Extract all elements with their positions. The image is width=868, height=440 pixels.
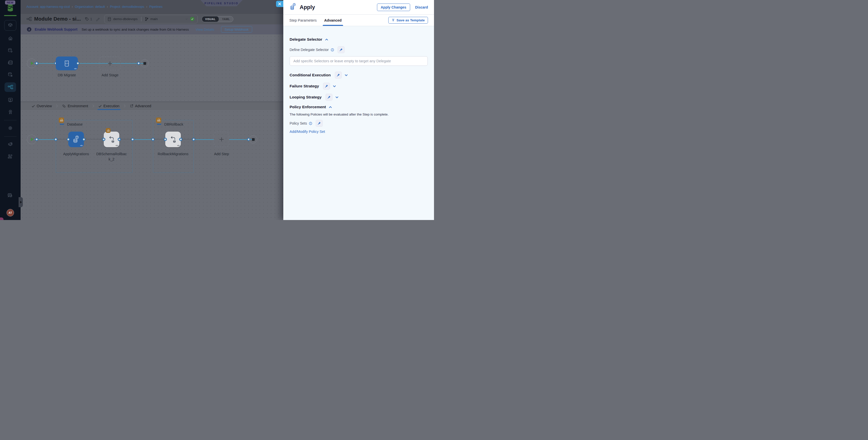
group-header: Database [60,122,83,126]
sidebar-item-project-setup[interactable] [4,140,16,149]
section-title: Conditional Execution [289,73,331,77]
tab-advanced[interactable]: Advanced [127,102,154,110]
looping-strategy-section[interactable]: Looping Strategy [289,94,428,101]
stage-graph-canvas[interactable]: </> </> DB Migrate Add Stage [21,34,283,102]
step-label: ApplyMigrations [63,151,89,157]
toggle-visual[interactable]: VISUAL [202,16,219,22]
close-drawer-button[interactable] [276,1,283,7]
breadcrumb-pipelines[interactable]: Pipelines [149,5,162,8]
pin-icon [317,122,321,125]
step-group-database[interactable]: Database [56,120,133,173]
breadcrumb-account[interactable]: Account: app-harness-ng-cicd [26,5,70,8]
conditional-execution-section[interactable]: Conditional Execution [289,71,428,78]
define-delegate-selector-row: Define Delegate Selector [289,46,428,53]
toggle-yaml[interactable]: YAML [219,16,233,22]
pin-icon [339,48,343,52]
pin-input-type-button[interactable] [326,94,333,101]
sidebar-item-db-instances[interactable] [4,58,16,67]
chevron-down-icon[interactable] [185,18,188,21]
user-avatar[interactable]: AT [6,209,14,217]
tab-advanced[interactable]: Advanced [324,14,342,26]
connector-port [164,138,167,141]
breadcrumb-project[interactable]: Project: demodbdevops [110,5,145,8]
delegate-selector-section[interactable]: Delegate Selector [289,37,428,42]
view-details-link[interactable]: View Details [196,28,214,31]
discard-button[interactable]: Discard [415,5,428,9]
collapse-group-icon[interactable] [60,124,64,125]
chevron-right-icon [92,102,94,110]
sidebar-expand-handle[interactable] [19,197,23,207]
help-chat-icon[interactable]: ? [7,193,13,200]
banner-title: Enable Webhook Support [35,27,78,31]
info-icon[interactable] [309,122,312,125]
setup-webhook-button[interactable]: Setup Webhook [221,26,252,33]
step-node-applymigrations[interactable]: </> [68,132,84,147]
chevron-right-icon [124,102,126,110]
execution-graph-canvas[interactable]: Database DBRollback </> [21,110,283,220]
pin-input-type-button[interactable] [338,46,345,53]
branch-name[interactable]: main [150,17,158,21]
sidebar-item-pipelines[interactable] [4,83,16,92]
connector-port [76,62,80,65]
svg-text:?: ? [9,194,10,196]
tags-count[interactable]: 1 [85,17,92,21]
edit-pipeline-icon[interactable] [96,17,100,21]
chevron-up-icon[interactable] [325,38,329,41]
policy-description: The following Policies will be evaluated… [289,113,428,116]
stage-connector [34,63,145,64]
connector-port [118,138,121,141]
repository-name[interactable]: demo-dbdevops [113,17,137,21]
tab-step-parameters[interactable]: Step Parameters [289,14,317,26]
chevron-down-icon[interactable] [333,84,336,88]
sidebar-item-settings[interactable] [4,124,16,132]
tab-execution[interactable]: Execution [96,102,122,110]
step-node-rollbackmigrations[interactable]: </> [165,132,181,147]
add-stage-button[interactable] [99,57,121,70]
sidebar-divider [4,120,17,120]
failure-strategy-section[interactable]: Failure Strategy [289,83,428,90]
sidebar-item-org-setup[interactable] [4,152,16,161]
module-switcher-icon[interactable] [4,20,16,31]
step-node-dbschemarollback-2[interactable]: </> [104,132,119,147]
stage-node-db-migrate[interactable]: </> </> [56,57,78,70]
sidebar-item-db-schemas[interactable] [4,70,16,79]
pipeline-studio-main: Account: app-harness-ng-cicd › Organizat… [21,0,283,220]
tab-environment[interactable]: Environment [60,102,90,110]
section-title: Looping Strategy [289,95,321,99]
svg-text:</>: </> [108,19,110,20]
policy-sets-row: Policy Sets [289,120,428,127]
sidebar-item-db-configuration[interactable] [4,46,16,55]
execution-end-node [249,135,257,144]
section-title: Failure Strategy [289,84,319,88]
sidebar-item-certificates[interactable] [4,107,16,116]
pin-input-type-button[interactable] [335,71,342,78]
info-icon[interactable] [331,48,334,52]
git-context-selector: </> demo-dbdevops main [104,15,198,23]
apply-changes-button[interactable]: Apply Changes [377,3,410,11]
section-title: Delegate Selector [289,37,322,42]
save-as-template-button[interactable]: Save as Template [388,17,428,24]
chevron-down-icon[interactable] [335,95,339,99]
add-step-button[interactable] [214,132,229,147]
pin-input-type-button[interactable] [323,83,330,90]
check-icon [32,104,35,108]
connector-port [54,138,58,141]
connector-port [35,62,38,65]
breadcrumb-organization[interactable]: Organization: default [75,5,105,8]
pipeline-studio-badge: PIPELINE STUDIO [200,0,243,6]
chevron-up-icon[interactable] [329,105,332,109]
tab-overview[interactable]: Overview [29,102,54,110]
chevron-down-icon[interactable] [344,73,348,77]
policy-enforcement-section[interactable]: Policy Enforcement [289,105,428,109]
delegate-selector-input[interactable] [289,56,428,66]
collapse-group-icon[interactable] [157,124,161,125]
sidebar-item-home[interactable] [4,34,16,43]
divider [141,17,142,21]
sidebar-item-executions[interactable] [4,95,16,104]
sidebar-divider [4,136,17,137]
svg-text:</>: </> [65,62,68,65]
add-modify-policy-set-link[interactable]: Add/Modify Policy Set [289,130,325,134]
connector [133,139,153,140]
pin-input-type-button[interactable] [316,120,323,127]
pin-icon [325,84,328,88]
